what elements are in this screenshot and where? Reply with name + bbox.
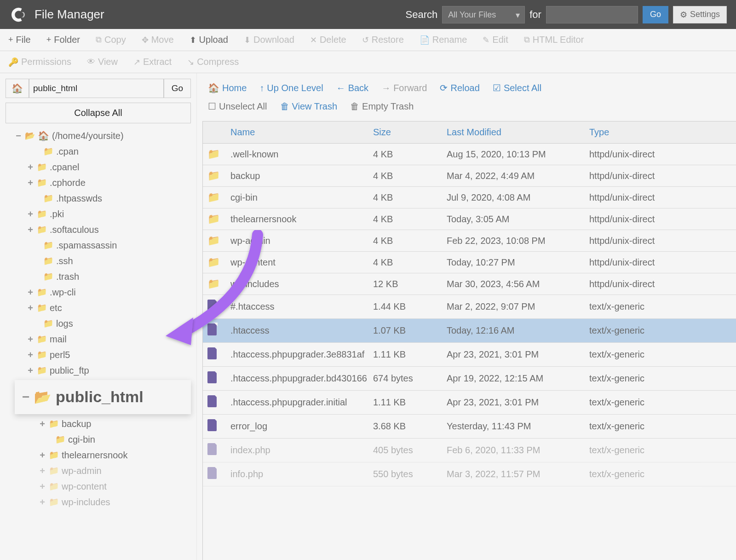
home-path-button[interactable]: 🏠 — [6, 79, 29, 98]
search-label: Search — [406, 9, 438, 21]
table-row[interactable]: 📁backup4 KBMar 4, 2022, 4:49 AMhttpd/uni… — [203, 165, 736, 187]
tree-item[interactable]: +📁mail — [6, 331, 191, 347]
tree-toggle-icon[interactable]: + — [27, 331, 34, 347]
tree-toggle-minus-icon[interactable]: − — [22, 386, 29, 408]
tree-item[interactable]: +📁backup — [6, 416, 191, 432]
tree-toggle-icon[interactable]: + — [27, 175, 34, 191]
tree-item[interactable]: 📁.htpasswds — [6, 191, 191, 206]
col-modified[interactable]: Last Modified — [442, 121, 585, 143]
search-scope-select[interactable]: All Your Files — [442, 6, 525, 23]
path-go-button[interactable]: Go — [164, 79, 191, 98]
tree-item[interactable]: +📁.cpanel — [6, 159, 191, 175]
nav-back-button[interactable]: ←Back — [336, 82, 368, 93]
tree-toggle-icon[interactable]: + — [27, 347, 34, 363]
tree-item[interactable]: +📁wp-admin — [6, 463, 191, 479]
tree-toggle-icon[interactable]: + — [27, 222, 34, 237]
nav-view-trash-button[interactable]: 🗑View Trash — [280, 101, 338, 112]
col-name[interactable]: Name — [226, 121, 368, 143]
tree-toggle-icon[interactable]: + — [39, 494, 46, 510]
toolbar-permissions-button[interactable]: 🔑Permissions — [6, 55, 74, 69]
search-input[interactable] — [546, 6, 638, 23]
file-icon — [207, 323, 217, 335]
tree-toggle-icon[interactable]: + — [27, 206, 34, 222]
toolbar-edit-button[interactable]: ✎Edit — [480, 33, 511, 47]
table-row[interactable]: .htaccess.phpupgrader.initial1.11 KBApr … — [203, 391, 736, 415]
tree-root[interactable]: − 📂 🏠 (/home4/yoursite) — [6, 128, 191, 144]
tree-item[interactable]: +📁.softaculous — [6, 222, 191, 237]
table-row[interactable]: 📁.well-known4 KBAug 15, 2020, 10:13 PMht… — [203, 144, 736, 165]
tree-item[interactable]: +📁.cphorde — [6, 175, 191, 191]
toolbar-download-button[interactable]: ⬇Download — [241, 33, 297, 47]
tree-toggle-icon[interactable]: + — [39, 479, 46, 494]
tree-toggle-minus-icon[interactable]: − — [15, 128, 22, 144]
tree-item[interactable]: 📁.spamassassin — [6, 237, 191, 253]
table-row[interactable]: 📁wp-content4 KBToday, 10:27 PMhttpd/unix… — [203, 252, 736, 273]
tree-toggle-icon[interactable]: + — [39, 416, 46, 432]
app-header: File Manager Search All Your Files for G… — [0, 0, 736, 29]
tree-item[interactable]: +📁wp-content — [6, 479, 191, 494]
table-row[interactable]: index.php405 bytesFeb 6, 2020, 11:33 PMt… — [203, 439, 736, 462]
nav-select-all-button[interactable]: ☑Select All — [493, 82, 541, 93]
toolbar-view-button[interactable]: 👁View — [84, 55, 121, 69]
main-toolbar: +File+Folder⧉Copy✥Move⬆Upload⬇Download✕D… — [0, 29, 736, 51]
tree-item[interactable]: +📁.wp-cli — [6, 284, 191, 300]
tree-toggle-icon[interactable]: + — [27, 363, 34, 378]
file-icon — [207, 467, 217, 479]
tree-item[interactable]: 📁.ssh — [6, 253, 191, 269]
tree-item[interactable]: +📁wp-includes — [6, 494, 191, 510]
toolbar-file-button[interactable]: +File — [6, 33, 34, 47]
nav-unselect-all-button[interactable]: ☐Unselect All — [208, 101, 267, 112]
tree-toggle-icon[interactable]: + — [39, 463, 46, 479]
table-row[interactable]: error_log3.68 KBYesterday, 11:43 PMtext/… — [203, 415, 736, 439]
folder-icon: 📁 — [49, 495, 59, 509]
nav-reload-button[interactable]: ⟳Reload — [440, 82, 479, 93]
nav-empty-trash-button[interactable]: 🗑Empty Trash — [350, 101, 414, 112]
tree-item[interactable]: +📁etc — [6, 300, 191, 316]
table-row[interactable]: .htaccess.phpupgrader.3e8831af1.11 KBApr… — [203, 343, 736, 367]
col-type[interactable]: Type — [585, 121, 736, 143]
file-date: Feb 22, 2023, 10:08 PM — [442, 231, 585, 251]
table-row[interactable]: info.php550 bytesMar 3, 2022, 11:57 PMte… — [203, 462, 736, 486]
table-row[interactable]: 📁thelearnersnook4 KBToday, 3:05 AMhttpd/… — [203, 208, 736, 230]
toolbar-copy-button[interactable]: ⧉Copy — [93, 33, 129, 47]
search-go-button[interactable]: Go — [643, 6, 668, 23]
tree-toggle-icon[interactable]: + — [27, 300, 34, 316]
tree-item[interactable]: +📁thelearnersnook — [6, 447, 191, 463]
home-icon: 🏠 — [208, 82, 219, 93]
tree-item[interactable]: +📁perl5 — [6, 347, 191, 363]
tree-toggle-icon[interactable]: + — [39, 447, 46, 463]
app-title: File Manager — [34, 7, 104, 22]
toolbar-delete-button[interactable]: ✕Delete — [307, 33, 349, 47]
toolbar-upload-button[interactable]: ⬆Upload — [187, 33, 231, 47]
toolbar-rename-button[interactable]: 📄Rename — [417, 33, 470, 47]
tree-item[interactable]: +📁.pki — [6, 206, 191, 222]
table-row[interactable]: #.htaccess1.44 KBMar 2, 2022, 9:07 PMtex… — [203, 295, 736, 319]
table-row[interactable]: .htaccess1.07 KBToday, 12:16 AMtext/x-ge… — [203, 319, 736, 343]
tree-item[interactable]: 📁cgi-bin — [6, 432, 191, 447]
toolbar-move-button[interactable]: ✥Move — [139, 33, 177, 47]
toolbar-restore-button[interactable]: ↺Restore — [359, 33, 407, 47]
collapse-all-button[interactable]: Collapse All — [6, 103, 191, 123]
nav-home-button[interactable]: 🏠Home — [208, 82, 247, 93]
tree-toggle-icon[interactable]: + — [27, 284, 34, 300]
tree-item[interactable]: 📁logs — [6, 316, 191, 331]
table-row[interactable]: 📁wp-admin4 KBFeb 22, 2023, 10:08 PMhttpd… — [203, 230, 736, 252]
tree-toggle-icon[interactable]: + — [27, 159, 34, 175]
settings-button[interactable]: ⚙Settings — [673, 6, 727, 23]
tree-item[interactable]: 📁.cpan — [6, 144, 191, 159]
toolbar-html-editor-button[interactable]: ⧉HTML Editor — [521, 33, 587, 47]
nav-up-button[interactable]: ↑Up One Level — [259, 82, 323, 93]
tree-item[interactable]: 📁.trash — [6, 269, 191, 284]
toolbar-folder-button[interactable]: +Folder — [44, 33, 83, 47]
path-input[interactable] — [29, 79, 164, 98]
table-row[interactable]: 📁wp-includes12 KBMar 30, 2023, 4:56 AMht… — [203, 273, 736, 295]
table-row[interactable]: 📁cgi-bin4 KBJul 9, 2020, 4:08 AMhttpd/un… — [203, 187, 736, 208]
toolbar-extract-button[interactable]: ↗Extract — [131, 55, 174, 69]
table-row[interactable]: .htaccess.phpupgrader.bd430166674 bytesA… — [203, 367, 736, 391]
tree-public-html-highlighted[interactable]: − 📂 public_html — [15, 380, 191, 414]
nav-forward-button[interactable]: →Forward — [381, 82, 427, 93]
col-size[interactable]: Size — [368, 121, 442, 143]
toolbar-compress-button[interactable]: ↘Compress — [184, 55, 242, 69]
home-icon: 🏠 — [38, 128, 49, 144]
tree-item[interactable]: +📁public_ftp — [6, 363, 191, 378]
